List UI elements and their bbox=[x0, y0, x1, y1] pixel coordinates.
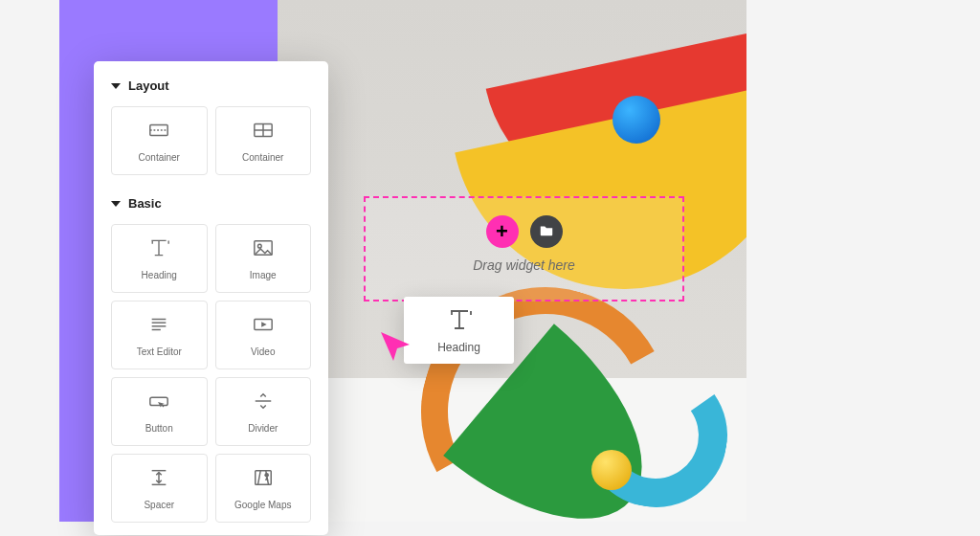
widget-tile-text-editor[interactable]: Text Editor bbox=[111, 301, 208, 369]
heading-icon bbox=[146, 237, 171, 262]
divider-icon bbox=[251, 391, 276, 415]
text-editor-icon bbox=[146, 314, 171, 339]
drop-zone-hint: Drag widget here bbox=[366, 257, 682, 273]
widget-tile-button[interactable]: Button bbox=[111, 377, 208, 446]
dragging-widget-ghost: Heading bbox=[404, 297, 514, 364]
widget-tile-google-maps[interactable]: Google Maps bbox=[215, 454, 312, 523]
dragging-widget-label: Heading bbox=[437, 341, 480, 354]
widget-tile-label: Container bbox=[242, 152, 283, 163]
category-label: Basic bbox=[128, 196, 162, 211]
widget-tile-label: Image bbox=[250, 270, 277, 280]
widget-tile-label: Button bbox=[145, 423, 173, 434]
container-grid-icon bbox=[251, 120, 276, 145]
widget-tile-video[interactable]: Video bbox=[215, 301, 312, 369]
widget-tile-label: Video bbox=[251, 346, 275, 357]
widgets-panel: Layout Container Container Basic Heading bbox=[94, 61, 328, 535]
category-label: Layout bbox=[128, 78, 169, 93]
widget-tile-label: Container bbox=[139, 152, 180, 163]
add-section-button[interactable]: + bbox=[486, 215, 519, 248]
widget-tile-label: Spacer bbox=[144, 500, 174, 510]
widget-tile-container-single[interactable]: Container bbox=[111, 106, 208, 175]
plus-icon: + bbox=[496, 219, 508, 244]
image-icon bbox=[251, 237, 276, 262]
heading-icon bbox=[447, 307, 472, 335]
chevron-down-icon bbox=[111, 83, 121, 89]
spacer-icon bbox=[146, 467, 171, 492]
category-header-layout[interactable]: Layout bbox=[111, 78, 311, 93]
video-icon bbox=[251, 314, 276, 339]
google-maps-icon bbox=[251, 467, 276, 492]
decor-shape bbox=[612, 96, 660, 144]
widget-tile-divider[interactable]: Divider bbox=[215, 377, 312, 446]
widget-tile-heading[interactable]: Heading bbox=[111, 224, 208, 293]
widget-tile-label: Text Editor bbox=[137, 346, 182, 357]
widget-tile-label: Heading bbox=[142, 270, 177, 280]
widget-tile-label: Divider bbox=[248, 423, 278, 434]
widget-drop-zone[interactable]: + Drag widget here bbox=[364, 196, 684, 302]
folder-icon bbox=[539, 222, 554, 241]
browse-templates-button[interactable] bbox=[530, 215, 563, 248]
widget-tile-image[interactable]: Image bbox=[215, 224, 312, 293]
chevron-down-icon bbox=[111, 201, 121, 207]
button-icon bbox=[146, 391, 171, 415]
widget-tile-spacer[interactable]: Spacer bbox=[111, 454, 208, 523]
category-header-basic[interactable]: Basic bbox=[111, 196, 311, 211]
decor-shape bbox=[591, 450, 632, 490]
widget-tile-label: Google Maps bbox=[234, 500, 291, 510]
container-single-icon bbox=[146, 120, 171, 145]
widget-tile-container-grid[interactable]: Container bbox=[215, 106, 312, 175]
